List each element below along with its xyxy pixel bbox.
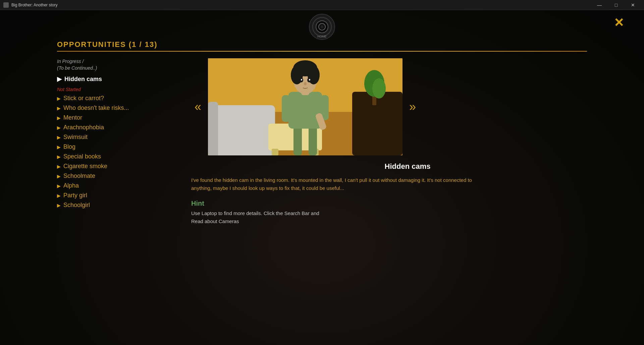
- opportunity-name: Who doesn't take risks...: [63, 105, 129, 112]
- arrow-icon: ▶: [57, 135, 61, 140]
- svg-rect-20: [288, 92, 322, 129]
- svg-rect-14: [352, 92, 402, 155]
- hint-section: Hint Use Laptop to find more details. Cl…: [191, 200, 624, 225]
- svg-rect-18: [293, 125, 302, 155]
- active-opportunity-label: Hidden cams: [64, 76, 102, 83]
- svg-rect-19: [309, 125, 317, 155]
- opportunity-name: Blog: [63, 143, 75, 150]
- close-panel-button[interactable]: ✕: [614, 17, 624, 29]
- arrow-icon: ▶: [57, 203, 61, 208]
- svg-point-17: [372, 78, 386, 98]
- list-item[interactable]: ▶ Schoolgirl: [57, 200, 184, 210]
- active-bullet: ▶: [57, 75, 62, 83]
- opportunity-name: Alpha: [63, 182, 79, 189]
- arrow-icon: ▶: [57, 125, 61, 130]
- arrow-icon: ▶: [57, 106, 61, 111]
- list-item[interactable]: ▶ Party girl: [57, 191, 184, 200]
- arrow-icon: ▶: [57, 144, 61, 150]
- hint-label: Hint: [191, 200, 624, 207]
- list-item[interactable]: ▶ Swimsuit: [57, 132, 184, 142]
- opportunity-name: Schoolmate: [63, 172, 95, 180]
- svg-point-31: [301, 79, 302, 81]
- arrow-icon: ▶: [57, 183, 61, 189]
- svg-point-4: [321, 25, 323, 28]
- opportunity-name: Mentor: [63, 114, 82, 121]
- camera-icon-container: HOME: [309, 13, 335, 42]
- sidebar: In Progress /(To be Continued..) ▶ Hidde…: [57, 55, 184, 345]
- opportunity-detail-title: Hidden cams: [191, 162, 624, 171]
- list-item[interactable]: ▶ Blog: [57, 142, 184, 152]
- arrow-icon: ▶: [57, 193, 61, 198]
- svg-point-32: [309, 79, 310, 81]
- opportunity-name: Cigarette smoke: [63, 163, 107, 170]
- arrow-icon: ▶: [57, 174, 61, 179]
- in-progress-label: In Progress /(To be Continued..): [57, 58, 184, 71]
- list-item[interactable]: ▶ Mentor: [57, 113, 184, 123]
- opportunity-name: Special books: [63, 153, 101, 160]
- image-nav-row: «: [191, 58, 624, 155]
- list-item[interactable]: ▶ Alpha: [57, 181, 184, 191]
- opportunity-image: [208, 58, 402, 155]
- title-bar-left: Big Brother: Another story: [3, 2, 57, 8]
- camera-icon: HOME: [309, 13, 335, 40]
- title-bar: Big Brother: Another story — □ ✕: [0, 0, 644, 10]
- content-area: In Progress /(To be Continued..) ▶ Hidde…: [0, 52, 644, 345]
- maximize-button[interactable]: □: [608, 0, 624, 10]
- app-title: Big Brother: Another story: [11, 3, 57, 7]
- title-bar-controls: — □ ✕: [592, 0, 641, 10]
- svg-rect-21: [282, 95, 290, 122]
- arrow-icon: ▶: [57, 164, 61, 169]
- app-icon: [3, 2, 9, 8]
- list-item[interactable]: ▶ Arachnophobia: [57, 123, 184, 132]
- list-item[interactable]: ▶ Cigarette smoke: [57, 161, 184, 171]
- right-panel: «: [191, 55, 624, 345]
- svg-rect-10: [208, 102, 218, 155]
- hint-text: Use Laptop to find more details. Click t…: [191, 209, 624, 225]
- titlebar-close-button[interactable]: ✕: [625, 0, 641, 10]
- svg-text:HOME: HOME: [318, 35, 327, 38]
- arrow-icon: ▶: [57, 115, 61, 121]
- list-item[interactable]: ▶ Schoolmate: [57, 171, 184, 181]
- next-button[interactable]: »: [406, 97, 419, 116]
- opportunity-name: Party girl: [63, 192, 87, 199]
- list-item[interactable]: ▶ Stick or carrot?: [57, 93, 184, 103]
- opportunity-name: Swimsuit: [63, 134, 88, 141]
- list-item[interactable]: ▶ Who doesn't take risks...: [57, 103, 184, 113]
- arrow-icon: ▶: [57, 96, 61, 101]
- main-container: HOME ✕ OPPORTUNITIES (1 / 13) In Progres…: [0, 10, 644, 345]
- list-item[interactable]: ▶ Special books: [57, 152, 184, 161]
- opportunity-name: Arachnophobia: [63, 124, 104, 131]
- active-opportunity-item[interactable]: ▶ Hidden cams: [57, 74, 184, 84]
- scene-svg: [208, 58, 402, 155]
- svg-rect-12: [272, 149, 278, 155]
- minimize-button[interactable]: —: [592, 0, 607, 10]
- opportunity-description: I've found the hidden cam in the living …: [191, 176, 473, 192]
- prev-button[interactable]: «: [191, 97, 205, 116]
- not-started-label: Not Started: [57, 87, 184, 92]
- opportunity-name: Schoolgirl: [63, 202, 90, 209]
- arrow-icon: ▶: [57, 154, 61, 159]
- opportunity-name: Stick or carrot?: [63, 95, 104, 102]
- svg-point-33: [304, 82, 307, 85]
